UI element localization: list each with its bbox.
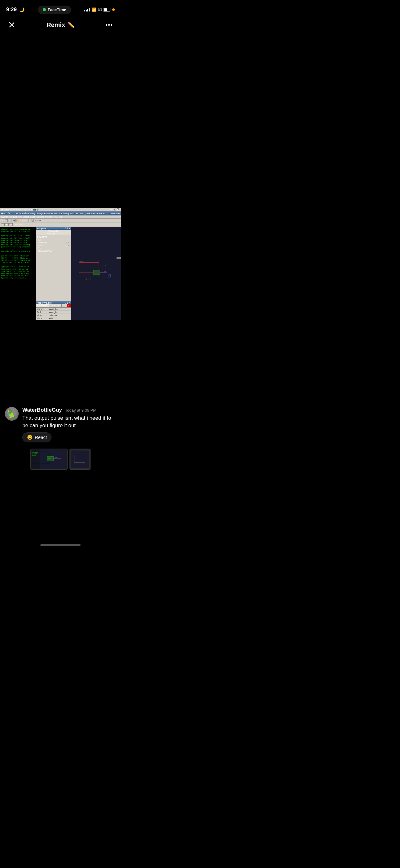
svg-point-21 [88, 264, 88, 264]
username: WaterBottleGuy [22, 407, 62, 413]
nav-item-pins[interactable]: Pins [37, 247, 70, 250]
navigator-panel: Navigator 7 8 × Schematic nand_bench OBJ… [36, 227, 71, 302]
nav-netspins-count: › [68, 250, 69, 252]
tool-btn[interactable]: ▶ [1, 219, 4, 222]
prop-library-label: Library [37, 308, 49, 310]
schematic-area: vdc=vdd ap5133 nand out I7 [71, 227, 121, 320]
thumbnail-secondary[interactable] [69, 448, 91, 470]
vdc-label: vdc=vdd [80, 261, 83, 262]
tool-btn[interactable]: ■ [5, 219, 8, 222]
thumbnail-row: nand out element: writing Opening PSF...… [5, 448, 116, 470]
message-content: WaterBottleGuy Today at 9:09 PM That out… [22, 407, 116, 442]
search-label: Search [35, 220, 41, 222]
terminal-line: Time spent in licensing: el [1, 270, 34, 273]
navigator-title-bar: Navigator 7 8 × [36, 227, 71, 230]
svg-point-18 [78, 264, 78, 264]
terminal-line [1, 248, 34, 250]
close-button[interactable] [6, 19, 18, 30]
bottom-space [0, 476, 121, 538]
react-label: React [35, 435, 47, 440]
system-menu-bar: ▣ Applications Places System ■ 📷 🔊 EN 🔊 … [0, 208, 121, 211]
terminal-line: element: writing instance pa [1, 228, 34, 230]
facetime-dot [43, 8, 46, 11]
prop-library-value: nand_b... [49, 308, 70, 310]
schematic-svg: vdc=vdd ap5133 nand out I7 [71, 227, 121, 320]
wifi-icon: 📶 [92, 7, 96, 12]
terminal-line: primitives: writing primitiv [1, 246, 34, 248]
nav-subtitle-schematic: Schematic [36, 230, 71, 232]
nav-subtitle-name: nand_bench [36, 232, 71, 235]
more-button[interactable]: ••• [104, 19, 115, 30]
thumbnail-small-svg [70, 449, 90, 469]
nav-item-instances[interactable]: Instances 6 › [37, 241, 70, 244]
panels-column: Navigator 7 8 × Schematic nand_bench OBJ… [36, 227, 71, 320]
system-menu-items: ▣ Applications Places System ■ 📷 🔊 [1, 208, 39, 211]
svg-point-8 [91, 260, 92, 260]
tool-btn2[interactable]: ⏹ [5, 223, 9, 226]
svg-point-19 [81, 264, 81, 264]
nav-objects-section: OBJECTS All Instances 6 › Nets 5 › [36, 235, 71, 253]
react-button[interactable]: 😊 React [22, 432, 52, 442]
property-editor-title: Property Editor [37, 302, 53, 304]
terminal-line: Opening the PSF file ../psf/ [1, 235, 34, 237]
system-right: EN 🔊 📅 [110, 208, 120, 211]
chat-section: WaterBottleGuy Today at 9:09 PM That out… [0, 401, 121, 476]
nav-item-all[interactable]: All [37, 239, 70, 241]
terminal-line: Writing subcircuits: writing [1, 244, 34, 246]
remix-button[interactable]: Remix ✏️ [46, 22, 74, 29]
virtuoso-window: ▣ Applications Places System ■ 📷 🔊 EN 🔊 … [0, 208, 121, 320]
property-editor-controls: 7 8 × [65, 302, 70, 304]
avatar-image [5, 407, 19, 421]
svg-point-15 [114, 260, 114, 260]
prop-view-label: View [37, 314, 49, 316]
orange-dot [112, 8, 115, 11]
terminal-line: Opening the PSFASCII file .. [1, 239, 34, 242]
prop-tab-close[interactable]: ✕ [67, 304, 71, 307]
tool-btn[interactable]: 💾 [12, 219, 16, 222]
facetime-indicator: FaceTime [38, 6, 71, 14]
terminal-line: Simulation started at: 9:0 [1, 275, 34, 277]
property-editor-title-bar: Property Editor 7 8 × [36, 302, 71, 304]
home-bar [40, 544, 80, 546]
nav-item-nets-pins[interactable]: Nets and Pins › [37, 250, 70, 252]
toolbar-sep [21, 219, 22, 222]
svg-point-17 [74, 264, 75, 264]
nav-objects-title: OBJECTS [37, 236, 70, 238]
message-header: WaterBottleGuy Today at 9:09 PM [22, 407, 116, 413]
toolbar-row-1: ▶ ■ ✕ 💾 📂 ADE L 🔍 Search [0, 219, 121, 223]
home-indicator [0, 538, 121, 549]
terminal-line: Simulation started at: 9:06. [1, 261, 34, 264]
prop-row-cell: Cell nand_b... [36, 311, 71, 314]
remix-icon: ✏️ [68, 22, 74, 28]
tool-btn[interactable]: 📂 [16, 219, 20, 222]
tool-btn[interactable]: ✕ [8, 219, 11, 222]
prop-tab-attributes[interactable]: Attributes [49, 304, 62, 307]
svg-point-14 [111, 260, 111, 260]
prop-row-mode: Mode edit... [36, 317, 71, 320]
more-label: ••• [105, 22, 113, 29]
tool-btn[interactable]: 🔍 [30, 219, 34, 222]
scroll-dn: ▼ [117, 257, 118, 258]
virtuoso-title: Virtuoso® Analog Design Environment L Ed… [15, 212, 104, 215]
svg-point-4 [78, 260, 78, 260]
prop-tab-schematic[interactable]: Schematic [36, 304, 49, 307]
navigator-controls: 7 8 × [65, 227, 70, 229]
dark-empty-area [0, 34, 121, 208]
svg-point-20 [84, 264, 85, 264]
terminal-line: [21:06:40.473273] Cdsim ser [1, 255, 34, 257]
terminal-line [1, 232, 34, 235]
timestamp: Today at 9:09 PM [65, 408, 96, 412]
facetime-label: FaceTime [48, 7, 66, 12]
tool-btn2[interactable]: ⏸ [1, 223, 5, 226]
terminal-line: Aggregate audit (9:06:41 PM [1, 266, 34, 268]
nav-item-nets[interactable]: Nets 5 › [37, 244, 70, 247]
close-x: ✕ [119, 257, 120, 258]
cadence-brand: cādence [110, 212, 120, 215]
thumbnail-main[interactable]: nand out element: writing Opening PSF...… [30, 448, 68, 470]
terminal-line: designParamVals: writing pri [1, 250, 34, 252]
svg-point-10 [98, 260, 98, 260]
terminal-panel: element: writing instance pa outputParam… [0, 227, 36, 320]
tool-btn2[interactable]: ⏭ [9, 223, 13, 226]
status-bar: 9:29 🌙 FaceTime 📶 51 [0, 0, 121, 17]
svg-text:out: out [55, 456, 57, 458]
